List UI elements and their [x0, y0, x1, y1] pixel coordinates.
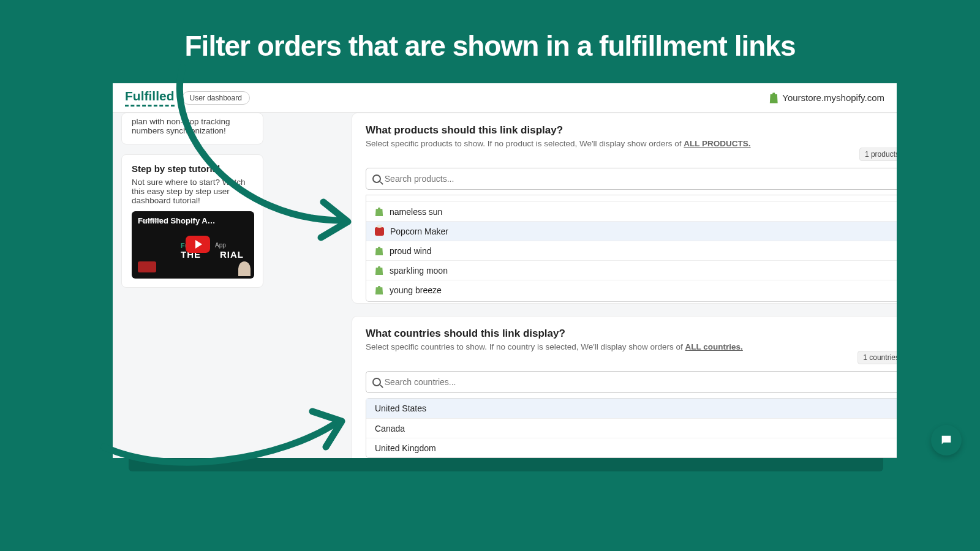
sidebar: plan with non-stop tracking numbers sync…	[121, 113, 263, 298]
products-selected-badge: 1 products selected	[859, 148, 897, 161]
shopify-bag-icon	[375, 207, 383, 216]
chat-button[interactable]	[931, 425, 962, 455]
list-item-label: proud wind	[390, 246, 432, 256]
tutorial-title: Step by step tutorial	[132, 163, 253, 174]
play-icon[interactable]	[186, 236, 210, 253]
list-item[interactable]: Popcorn Maker	[366, 221, 897, 241]
search-icon	[372, 378, 381, 386]
list-item-label: United States	[375, 403, 426, 413]
products-search[interactable]	[366, 168, 897, 190]
countries-listbox[interactable]: United StatesCanadaUnited Kingdom	[366, 398, 897, 458]
list-item-label: nameless sun	[390, 207, 442, 217]
countries-panel: What countries should this link display?…	[352, 316, 897, 458]
list-item[interactable]	[366, 195, 897, 201]
shopify-bag-icon	[375, 285, 383, 294]
products-panel: What products should this link display? …	[352, 113, 897, 304]
plan-teaser-text: plan with non-stop tracking numbers sync…	[132, 117, 230, 135]
app-window: Fulfilled User dashboard Yourstore.mysho…	[113, 83, 897, 458]
list-item-label: Canada	[375, 424, 405, 433]
store-display: Yourstore.myshopify.com	[769, 92, 884, 103]
chat-icon	[940, 433, 953, 447]
topbar: Fulfilled User dashboard Yourstore.mysho…	[113, 83, 897, 113]
shopify-bag-icon	[375, 246, 383, 255]
video-presenter-icon	[238, 261, 251, 276]
dashboard-chip[interactable]: User dashboard	[182, 91, 250, 105]
video-channel: Appsfilcs	[139, 217, 161, 223]
list-item[interactable]: Canada	[366, 418, 897, 438]
page-headline: Filter orders that are shown in a fulfil…	[0, 0, 980, 62]
popcorn-icon	[375, 227, 384, 236]
list-item[interactable]: nameless sun	[366, 201, 897, 221]
shopify-bag-icon	[375, 266, 383, 275]
store-url: Yourstore.myshopify.com	[782, 92, 884, 103]
products-title: What products should this link display?	[366, 124, 897, 137]
list-item[interactable]: United States	[366, 399, 897, 418]
tutorial-text: Not sure where to start? Watch this easy…	[132, 178, 253, 205]
list-item-label: sparkling moon	[390, 266, 448, 276]
list-item[interactable]: sparkling moon	[366, 260, 897, 280]
countries-search-input[interactable]	[385, 377, 897, 387]
list-item-label: Popcorn Maker	[390, 227, 448, 236]
list-item[interactable]: United Kingdom	[366, 438, 897, 457]
tutorial-card: Step by step tutorial Not sure where to …	[121, 154, 263, 288]
video-thumbnail[interactable]: Appsfilcs Fulfilled Shopify A… Ful App T…	[132, 211, 254, 279]
countries-title: What countries should this link display?	[366, 328, 897, 340]
shopify-bag-icon	[769, 92, 778, 103]
list-item-label: young breeze	[390, 285, 442, 295]
video-overlay-word2: App	[215, 242, 226, 249]
video-mini-icon	[138, 261, 156, 272]
countries-desc: Select specific countries to show. If no…	[366, 342, 897, 351]
countries-selected-badge: 1 countries selected	[858, 351, 897, 364]
search-icon	[372, 174, 381, 183]
list-item[interactable]: proud wind	[366, 241, 897, 260]
brand-logo: Fulfilled	[125, 89, 175, 107]
list-item-label: United Kingdom	[375, 443, 436, 453]
list-item[interactable]: young breeze	[366, 280, 897, 299]
plan-teaser-card: plan with non-stop tracking numbers sync…	[121, 113, 263, 144]
countries-search[interactable]	[366, 371, 897, 393]
products-desc: Select specific products to show. If no …	[366, 139, 897, 148]
products-listbox[interactable]: nameless sunPopcorn Makerproud windspark…	[366, 195, 897, 302]
products-search-input[interactable]	[385, 174, 897, 184]
